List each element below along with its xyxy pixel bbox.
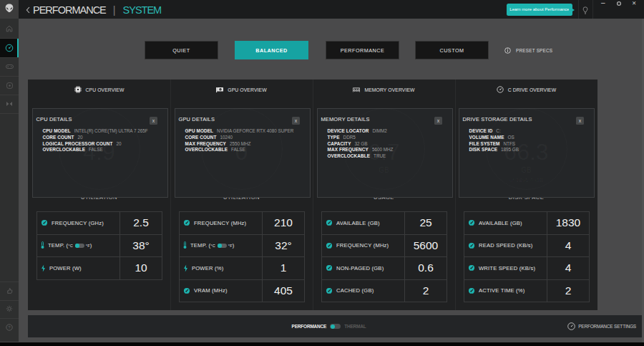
svg-text:?: ?: [8, 325, 11, 330]
